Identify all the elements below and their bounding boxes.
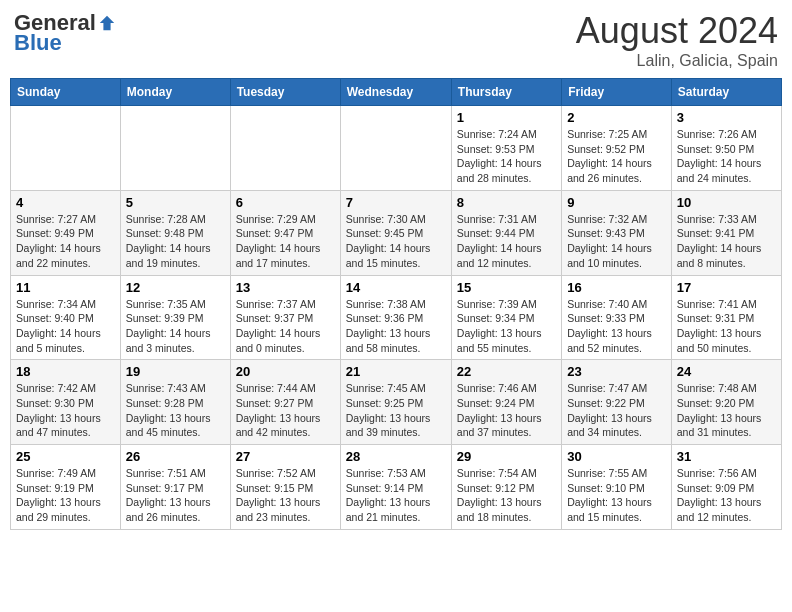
calendar-day-cell — [340, 106, 451, 191]
day-number: 10 — [677, 195, 776, 210]
day-info: Sunrise: 7:26 AM Sunset: 9:50 PM Dayligh… — [677, 127, 776, 186]
day-number: 22 — [457, 364, 556, 379]
day-info: Sunrise: 7:28 AM Sunset: 9:48 PM Dayligh… — [126, 212, 225, 271]
day-number: 2 — [567, 110, 666, 125]
day-number: 6 — [236, 195, 335, 210]
day-info: Sunrise: 7:32 AM Sunset: 9:43 PM Dayligh… — [567, 212, 666, 271]
day-number: 9 — [567, 195, 666, 210]
calendar-day-cell: 1Sunrise: 7:24 AM Sunset: 9:53 PM Daylig… — [451, 106, 561, 191]
calendar-day-cell: 22Sunrise: 7:46 AM Sunset: 9:24 PM Dayli… — [451, 360, 561, 445]
calendar-day-cell: 9Sunrise: 7:32 AM Sunset: 9:43 PM Daylig… — [562, 190, 672, 275]
day-info: Sunrise: 7:55 AM Sunset: 9:10 PM Dayligh… — [567, 466, 666, 525]
day-number: 28 — [346, 449, 446, 464]
calendar-day-cell: 6Sunrise: 7:29 AM Sunset: 9:47 PM Daylig… — [230, 190, 340, 275]
day-number: 24 — [677, 364, 776, 379]
day-number: 21 — [346, 364, 446, 379]
day-info: Sunrise: 7:35 AM Sunset: 9:39 PM Dayligh… — [126, 297, 225, 356]
day-number: 31 — [677, 449, 776, 464]
day-number: 26 — [126, 449, 225, 464]
calendar-day-header: Saturday — [671, 79, 781, 106]
day-info: Sunrise: 7:52 AM Sunset: 9:15 PM Dayligh… — [236, 466, 335, 525]
calendar-day-cell: 29Sunrise: 7:54 AM Sunset: 9:12 PM Dayli… — [451, 445, 561, 530]
calendar-week-row: 25Sunrise: 7:49 AM Sunset: 9:19 PM Dayli… — [11, 445, 782, 530]
day-info: Sunrise: 7:56 AM Sunset: 9:09 PM Dayligh… — [677, 466, 776, 525]
day-info: Sunrise: 7:45 AM Sunset: 9:25 PM Dayligh… — [346, 381, 446, 440]
location-subtitle: Lalin, Galicia, Spain — [576, 52, 778, 70]
day-number: 8 — [457, 195, 556, 210]
calendar-day-cell: 27Sunrise: 7:52 AM Sunset: 9:15 PM Dayli… — [230, 445, 340, 530]
day-info: Sunrise: 7:37 AM Sunset: 9:37 PM Dayligh… — [236, 297, 335, 356]
calendar-day-cell: 8Sunrise: 7:31 AM Sunset: 9:44 PM Daylig… — [451, 190, 561, 275]
day-info: Sunrise: 7:33 AM Sunset: 9:41 PM Dayligh… — [677, 212, 776, 271]
day-info: Sunrise: 7:40 AM Sunset: 9:33 PM Dayligh… — [567, 297, 666, 356]
calendar-day-cell: 19Sunrise: 7:43 AM Sunset: 9:28 PM Dayli… — [120, 360, 230, 445]
calendar-table: SundayMondayTuesdayWednesdayThursdayFrid… — [10, 78, 782, 530]
calendar-day-cell: 14Sunrise: 7:38 AM Sunset: 9:36 PM Dayli… — [340, 275, 451, 360]
calendar-day-header: Thursday — [451, 79, 561, 106]
day-info: Sunrise: 7:48 AM Sunset: 9:20 PM Dayligh… — [677, 381, 776, 440]
calendar-week-row: 11Sunrise: 7:34 AM Sunset: 9:40 PM Dayli… — [11, 275, 782, 360]
day-info: Sunrise: 7:30 AM Sunset: 9:45 PM Dayligh… — [346, 212, 446, 271]
logo-icon — [98, 14, 116, 32]
day-info: Sunrise: 7:54 AM Sunset: 9:12 PM Dayligh… — [457, 466, 556, 525]
calendar-week-row: 1Sunrise: 7:24 AM Sunset: 9:53 PM Daylig… — [11, 106, 782, 191]
calendar-day-cell: 25Sunrise: 7:49 AM Sunset: 9:19 PM Dayli… — [11, 445, 121, 530]
day-info: Sunrise: 7:41 AM Sunset: 9:31 PM Dayligh… — [677, 297, 776, 356]
day-info: Sunrise: 7:51 AM Sunset: 9:17 PM Dayligh… — [126, 466, 225, 525]
calendar-day-header: Sunday — [11, 79, 121, 106]
day-number: 30 — [567, 449, 666, 464]
day-info: Sunrise: 7:38 AM Sunset: 9:36 PM Dayligh… — [346, 297, 446, 356]
calendar-day-cell: 16Sunrise: 7:40 AM Sunset: 9:33 PM Dayli… — [562, 275, 672, 360]
calendar-day-cell: 15Sunrise: 7:39 AM Sunset: 9:34 PM Dayli… — [451, 275, 561, 360]
day-info: Sunrise: 7:47 AM Sunset: 9:22 PM Dayligh… — [567, 381, 666, 440]
day-info: Sunrise: 7:43 AM Sunset: 9:28 PM Dayligh… — [126, 381, 225, 440]
day-number: 16 — [567, 280, 666, 295]
day-number: 11 — [16, 280, 115, 295]
day-info: Sunrise: 7:27 AM Sunset: 9:49 PM Dayligh… — [16, 212, 115, 271]
page-header: General Blue August 2024 Lalin, Galicia,… — [10, 10, 782, 70]
day-number: 19 — [126, 364, 225, 379]
day-info: Sunrise: 7:24 AM Sunset: 9:53 PM Dayligh… — [457, 127, 556, 186]
calendar-day-cell: 18Sunrise: 7:42 AM Sunset: 9:30 PM Dayli… — [11, 360, 121, 445]
day-number: 29 — [457, 449, 556, 464]
calendar-day-cell: 21Sunrise: 7:45 AM Sunset: 9:25 PM Dayli… — [340, 360, 451, 445]
day-info: Sunrise: 7:42 AM Sunset: 9:30 PM Dayligh… — [16, 381, 115, 440]
title-block: August 2024 Lalin, Galicia, Spain — [576, 10, 778, 70]
day-number: 27 — [236, 449, 335, 464]
day-number: 13 — [236, 280, 335, 295]
day-number: 20 — [236, 364, 335, 379]
day-number: 7 — [346, 195, 446, 210]
calendar-day-cell: 5Sunrise: 7:28 AM Sunset: 9:48 PM Daylig… — [120, 190, 230, 275]
day-number: 12 — [126, 280, 225, 295]
calendar-day-cell: 13Sunrise: 7:37 AM Sunset: 9:37 PM Dayli… — [230, 275, 340, 360]
calendar-day-cell: 26Sunrise: 7:51 AM Sunset: 9:17 PM Dayli… — [120, 445, 230, 530]
logo-blue-text: Blue — [14, 30, 62, 56]
calendar-day-cell: 28Sunrise: 7:53 AM Sunset: 9:14 PM Dayli… — [340, 445, 451, 530]
day-number: 14 — [346, 280, 446, 295]
day-number: 3 — [677, 110, 776, 125]
calendar-day-cell: 24Sunrise: 7:48 AM Sunset: 9:20 PM Dayli… — [671, 360, 781, 445]
calendar-day-cell — [11, 106, 121, 191]
calendar-day-cell: 2Sunrise: 7:25 AM Sunset: 9:52 PM Daylig… — [562, 106, 672, 191]
day-info: Sunrise: 7:25 AM Sunset: 9:52 PM Dayligh… — [567, 127, 666, 186]
calendar-day-cell: 23Sunrise: 7:47 AM Sunset: 9:22 PM Dayli… — [562, 360, 672, 445]
calendar-week-row: 4Sunrise: 7:27 AM Sunset: 9:49 PM Daylig… — [11, 190, 782, 275]
day-info: Sunrise: 7:44 AM Sunset: 9:27 PM Dayligh… — [236, 381, 335, 440]
calendar-day-cell: 17Sunrise: 7:41 AM Sunset: 9:31 PM Dayli… — [671, 275, 781, 360]
calendar-day-header: Monday — [120, 79, 230, 106]
month-year-title: August 2024 — [576, 10, 778, 52]
day-info: Sunrise: 7:34 AM Sunset: 9:40 PM Dayligh… — [16, 297, 115, 356]
day-number: 25 — [16, 449, 115, 464]
day-number: 18 — [16, 364, 115, 379]
calendar-day-cell: 10Sunrise: 7:33 AM Sunset: 9:41 PM Dayli… — [671, 190, 781, 275]
day-number: 17 — [677, 280, 776, 295]
calendar-day-cell: 31Sunrise: 7:56 AM Sunset: 9:09 PM Dayli… — [671, 445, 781, 530]
day-number: 15 — [457, 280, 556, 295]
calendar-day-cell: 3Sunrise: 7:26 AM Sunset: 9:50 PM Daylig… — [671, 106, 781, 191]
calendar-day-header: Friday — [562, 79, 672, 106]
day-info: Sunrise: 7:39 AM Sunset: 9:34 PM Dayligh… — [457, 297, 556, 356]
svg-marker-0 — [100, 16, 114, 30]
calendar-day-cell: 4Sunrise: 7:27 AM Sunset: 9:49 PM Daylig… — [11, 190, 121, 275]
logo: General Blue — [14, 10, 116, 56]
day-info: Sunrise: 7:53 AM Sunset: 9:14 PM Dayligh… — [346, 466, 446, 525]
